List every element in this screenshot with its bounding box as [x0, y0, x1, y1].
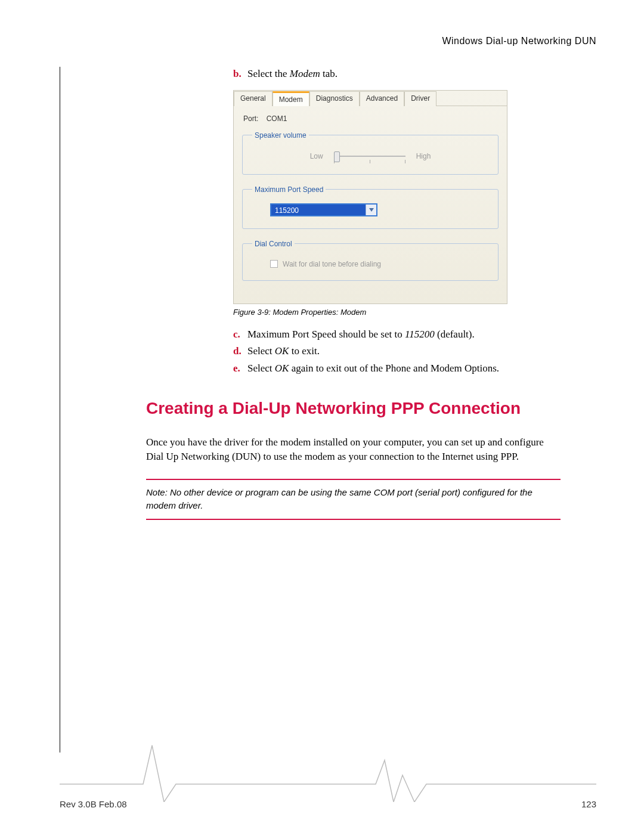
document-page: Windows Dial-up Networking DUN b. Select…	[0, 0, 644, 833]
tab-advanced[interactable]: Advanced	[360, 91, 404, 106]
step-text: Select OK again to exit out of the Phone…	[247, 361, 561, 376]
max-port-speed-group: Maximum Port Speed 115200	[242, 185, 499, 229]
figure-caption: Figure 3-9: Modem Properties: Modem	[233, 308, 561, 317]
footer-revision: Rev 3.0B Feb.08	[60, 799, 127, 809]
note-box: Note: No other device or program can be …	[146, 479, 561, 520]
page-header: Windows Dial-up Networking DUN	[60, 36, 596, 47]
page-footer: Rev 3.0B Feb.08 123	[60, 799, 596, 809]
wait-dial-tone-checkbox[interactable]	[270, 260, 278, 268]
port-value: COM1	[267, 114, 287, 123]
tab-driver[interactable]: Driver	[404, 91, 436, 106]
max-port-speed-legend: Maximum Port Speed	[252, 185, 326, 194]
step-e: e. Select OK again to exit out of the Ph…	[233, 361, 561, 376]
port-label: Port:	[243, 114, 258, 123]
step-marker: b.	[233, 67, 247, 82]
step-text: Select OK to exit.	[247, 344, 561, 359]
dial-control-group: Dial Control Wait for dial tone before d…	[242, 240, 499, 281]
dialog-tabs: General Modem Diagnostics Advanced Drive…	[234, 91, 507, 106]
port-row: Port: COM1	[243, 114, 499, 123]
speaker-volume-legend: Speaker volume	[252, 131, 309, 140]
dial-control-legend: Dial Control	[252, 240, 295, 248]
port-speed-value: 115200	[271, 205, 366, 215]
tab-modem[interactable]: Modem	[273, 91, 309, 106]
tab-diagnostics[interactable]: Diagnostics	[309, 91, 360, 106]
step-marker: e.	[233, 361, 247, 376]
section-heading: Creating a Dial-Up Networking PPP Connec…	[146, 398, 561, 419]
content-column: b. Select the Modem tab. General Modem D…	[60, 67, 596, 753]
speaker-low-label: Low	[310, 152, 323, 160]
speaker-high-label: High	[416, 152, 431, 160]
step-d: d. Select OK to exit.	[233, 344, 561, 359]
port-speed-combobox[interactable]: 115200	[270, 203, 377, 216]
dialog-body: Port: COM1 Speaker volume Low	[234, 106, 507, 304]
speaker-volume-group: Speaker volume Low High	[242, 131, 499, 175]
slider-thumb-icon[interactable]	[334, 151, 340, 162]
chevron-down-icon[interactable]	[366, 205, 376, 215]
step-list-bottom: c. Maximum Port Speed should be set to 1…	[233, 327, 561, 376]
tab-general[interactable]: General	[234, 91, 273, 106]
intro-paragraph: Once you have the driver for the modem i…	[146, 435, 561, 465]
step-list-top: b. Select the Modem tab.	[233, 67, 561, 82]
speaker-volume-slider[interactable]	[334, 150, 405, 162]
step-text: Maximum Port Speed should be set to 1152…	[247, 327, 561, 342]
step-marker: d.	[233, 344, 247, 359]
modem-properties-dialog: General Modem Diagnostics Advanced Drive…	[233, 90, 507, 304]
step-c: c. Maximum Port Speed should be set to 1…	[233, 327, 561, 342]
footer-page-number: 123	[581, 799, 596, 809]
step-text: Select the Modem tab.	[247, 67, 561, 82]
step-marker: c.	[233, 327, 247, 342]
step-b: b. Select the Modem tab.	[233, 67, 561, 82]
wait-dial-tone-label: Wait for dial tone before dialing	[283, 260, 381, 268]
